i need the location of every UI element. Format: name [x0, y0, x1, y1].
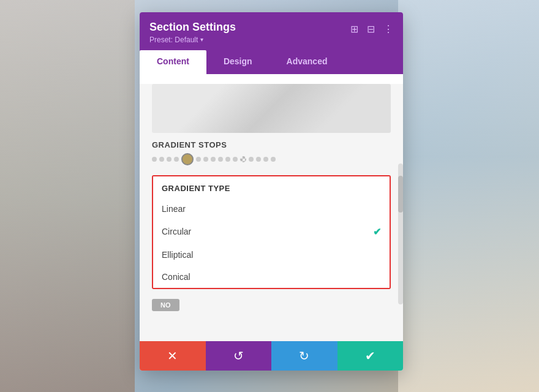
option-conical[interactable]: Conical: [153, 266, 390, 288]
stop-dot-checker[interactable]: [240, 156, 246, 162]
bg-right-panel: [398, 0, 539, 392]
modal-body: Gradient Stops Gradient Type Linear: [140, 84, 403, 341]
cancel-button[interactable]: ✕: [140, 341, 206, 371]
stop-dot-6: [196, 157, 201, 162]
stop-dot-11: [233, 157, 238, 162]
gradient-stops-label: Gradient Stops: [152, 140, 391, 149]
stop-dot-10: [225, 157, 230, 162]
modal-header-icons: ⊞ ⊟ ⋮: [350, 23, 393, 35]
more-icon[interactable]: ⋮: [383, 23, 393, 35]
grid-icon[interactable]: ⊟: [367, 23, 375, 35]
option-linear-label: Linear: [162, 204, 186, 214]
stop-dot-14: [256, 157, 261, 162]
stop-dot-1: [152, 157, 157, 162]
section-settings-modal: Section Settings Preset: Default ▾ ⊞ ⊟ ⋮…: [140, 12, 403, 371]
modal-tabs: Content Design Advanced: [140, 50, 403, 74]
gradient-stops-row: [152, 153, 391, 165]
option-linear[interactable]: Linear: [153, 198, 390, 220]
gradient-type-label: Gradient Type: [153, 176, 390, 198]
no-toggle-row: No: [152, 299, 391, 311]
tab-design[interactable]: Design: [206, 50, 270, 74]
stop-dot-4: [174, 157, 179, 162]
stop-dot-16: [271, 157, 276, 162]
option-circular-label: Circular: [162, 227, 191, 236]
stop-dot-2: [159, 157, 164, 162]
stop-dot-9: [218, 157, 223, 162]
stop-dot-15: [263, 157, 268, 162]
circular-check-icon: ✔: [373, 226, 381, 238]
stop-dot-7: [203, 157, 208, 162]
no-toggle-button[interactable]: No: [152, 299, 179, 311]
redo-button[interactable]: ↻: [271, 341, 337, 371]
bg-left-panel: [0, 0, 135, 392]
modal-preset[interactable]: Preset: Default ▾: [149, 36, 236, 44]
modal-footer: ✕ ↺ ↻ ✔: [140, 341, 403, 371]
stop-dot-3: [167, 157, 172, 162]
expand-icon[interactable]: ⊞: [350, 23, 358, 35]
gradient-type-dropdown: Gradient Type Linear Circular ✔ Elliptic…: [152, 175, 391, 289]
preset-label: Preset: Default: [149, 36, 198, 44]
stop-dot-13: [249, 157, 254, 162]
tab-advanced[interactable]: Advanced: [270, 50, 345, 74]
preset-arrow-icon: ▾: [200, 36, 203, 43]
modal-header: Section Settings Preset: Default ▾ ⊞ ⊟ ⋮: [140, 12, 403, 50]
option-circular[interactable]: Circular ✔: [153, 220, 390, 244]
tab-content[interactable]: Content: [140, 50, 206, 74]
scrollbar-track: [398, 164, 403, 304]
option-conical-label: Conical: [162, 272, 190, 282]
modal-header-left: Section Settings Preset: Default ▾: [149, 21, 236, 44]
stop-dot-active[interactable]: [181, 153, 194, 165]
option-elliptical-label: Elliptical: [162, 250, 193, 260]
modal-title: Section Settings: [149, 21, 236, 34]
stop-dot-8: [211, 157, 216, 162]
save-button[interactable]: ✔: [337, 341, 404, 371]
gradient-preview: [152, 84, 391, 133]
option-elliptical[interactable]: Elliptical: [153, 244, 390, 266]
undo-button[interactable]: ↺: [206, 341, 272, 371]
scrollbar-thumb[interactable]: [398, 176, 403, 213]
